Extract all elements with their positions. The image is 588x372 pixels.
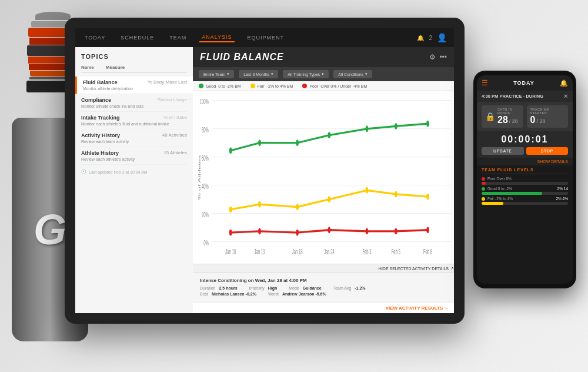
chevron-right-icon: › <box>445 305 447 311</box>
fluid-good-bar <box>482 192 542 195</box>
stop-button[interactable]: STOP <box>526 147 569 155</box>
fluid-level-fair: Fair -2% to 4% 2% 4% <box>482 197 568 205</box>
svg-point-32 <box>395 191 397 197</box>
filter-icon[interactable]: ⚙ <box>429 53 436 61</box>
tablet-screen: TODAY SCHEDULE TEAM ANALYSIS EQUIPMENT 🔔… <box>75 28 454 313</box>
fluid-fair-dot <box>482 197 485 201</box>
chart-area: 100% 80% 60% 40% 20% 0% % of Athletes <box>193 91 454 264</box>
activity-section: HIDE SELECTED ACTIVITY DETAILS ∧ Intense… <box>193 264 454 313</box>
timer-section: 00:00:01 UPDATE STOP <box>477 131 573 158</box>
svg-point-25 <box>395 123 397 129</box>
sidebar-item-activity-history[interactable]: Activity History 48 Activities Review ea… <box>81 129 187 147</box>
user-icon[interactable]: 👤 <box>437 33 447 42</box>
svg-point-27 <box>229 206 232 212</box>
fluid-poor-bar <box>482 182 486 185</box>
svg-point-36 <box>296 230 299 236</box>
field-team-avg: Team Avg -1.2% <box>333 286 366 290</box>
svg-text:0%: 0% <box>203 238 209 247</box>
legend-fair: Fair -2% to 4% BM <box>250 84 293 88</box>
legend-good: Good 0 to -2% BM <box>199 84 241 88</box>
svg-point-40 <box>426 227 429 233</box>
tracking-started-count: 0 / 28 <box>530 115 565 125</box>
sidebar-item-fluid-balance[interactable]: Fluid Balance % Body Mass Lost Monitor a… <box>75 77 193 94</box>
svg-text:Jan 18: Jan 18 <box>292 248 303 256</box>
legend-poor: Poor Over 0% / Under -4% BM <box>302 84 367 88</box>
col-name: Name <box>81 65 94 70</box>
caps-info: CAPS IN RANGE 28 / 28 <box>497 108 520 125</box>
nav-schedule[interactable]: SCHEDULE <box>118 34 156 42</box>
tracking-started-info: TRACKING STARTED 0 / 28 <box>530 108 565 125</box>
practice-close-button[interactable]: ✕ <box>563 93 568 99</box>
filter-last-3-months[interactable]: Last 3 Months <box>239 70 278 78</box>
phone-screen: ☰ TODAY 🔔 4:00 PM PRACTICE - DURING ✕ 🔒 … <box>477 75 573 284</box>
fluid-poor-bar-bg <box>482 182 568 185</box>
fluid-good-dot <box>482 187 485 191</box>
svg-text:40%: 40% <box>202 182 209 190</box>
bell-icon[interactable]: 🔔 <box>417 35 424 41</box>
timer-buttons: UPDATE STOP <box>482 147 568 155</box>
svg-point-23 <box>328 132 330 138</box>
nav-team[interactable]: TEAM <box>167 34 189 42</box>
show-details-button[interactable]: SHOW DETAILS <box>477 158 573 165</box>
caps-count: 28 / 28 <box>497 115 520 125</box>
activity-row-2: Best Nicholas Lansen -0.2% Worst Andrew … <box>200 292 447 296</box>
phone-practice-bar: 4:00 PM PRACTICE - DURING ✕ <box>477 91 573 102</box>
tablet-nav: TODAY SCHEDULE TEAM ANALYSIS EQUIPMENT 🔔… <box>75 28 454 47</box>
svg-point-26 <box>426 121 429 127</box>
svg-text:% of Athletes: % of Athletes <box>198 155 201 200</box>
field-worst: Worst Andrew Jearson -5.6% <box>268 292 326 296</box>
update-button[interactable]: UPDATE <box>482 147 524 155</box>
svg-text:100%: 100% <box>200 98 209 106</box>
svg-point-38 <box>366 228 369 234</box>
tablet-main: FLUID BALANCE ⚙ ••• Entire Team Last 3 M… <box>193 47 454 313</box>
fluid-level-poor-header: Poor Over 0% <box>482 177 568 181</box>
activity-details: Intense Conditioning on Wed, Jan 28 at 4… <box>193 273 454 303</box>
timer-display: 00:00:01 <box>482 134 568 145</box>
legend-good-dot <box>199 84 203 88</box>
svg-point-34 <box>229 230 232 236</box>
sidebar-footer: 🕐 Last updated Feb 3 at 10:04 AM <box>81 170 187 174</box>
caps-in-range-box: 🔒 CAPS IN RANGE 28 / 28 <box>482 105 523 128</box>
sidebar-item-athlete-history[interactable]: Athlete History 15 Athletes Review each … <box>81 147 187 165</box>
more-icon[interactable]: ••• <box>439 53 447 61</box>
field-mode: Mode Guidance <box>289 286 321 290</box>
hide-details-button[interactable]: HIDE SELECTED ACTIVITY DETAILS ∧ <box>193 264 454 273</box>
chart-filters: Entire Team Last 3 Months All Training T… <box>193 67 454 81</box>
nav-today[interactable]: TODAY <box>82 34 108 42</box>
fluid-fair-bar <box>482 202 503 205</box>
tablet-content: TOPICS Name Measure Fluid Balance % Body… <box>75 47 454 313</box>
filter-conditions[interactable]: All Conditions <box>333 70 372 78</box>
hamburger-icon[interactable]: ☰ <box>482 79 488 87</box>
svg-point-29 <box>296 204 299 210</box>
sidebar-item-compliance[interactable]: Compliance Station Usage Monitor athlete… <box>81 94 187 112</box>
chart-legend: Good 0 to -2% BM Fair -2% to 4% BM Poor … <box>193 81 454 91</box>
svg-point-28 <box>258 201 261 208</box>
tracking-started-box: TRACKING STARTED 0 / 28 <box>527 105 569 128</box>
view-results-button[interactable]: VIEW ACTIVITY RESULTS › <box>193 303 454 313</box>
col-measure: Measure <box>106 65 125 70</box>
fluid-fair-bar-bg <box>482 202 568 205</box>
svg-text:20%: 20% <box>202 210 209 218</box>
field-intensity: Intensity High <box>249 286 278 290</box>
team-fluid-title: TEAM FLUID LEVELS <box>482 168 568 174</box>
svg-point-22 <box>296 140 299 146</box>
filter-entire-team[interactable]: Entire Team <box>199 70 234 78</box>
svg-point-21 <box>258 140 261 146</box>
phone-nav: ☰ TODAY 🔔 <box>477 75 573 91</box>
nav-analysis[interactable]: ANALYSIS <box>199 33 234 42</box>
svg-text:Jan 10: Jan 10 <box>225 248 236 256</box>
phone-bell-icon[interactable]: 🔔 <box>560 79 568 87</box>
svg-text:Feb 3: Feb 3 <box>362 248 371 256</box>
field-best: Best Nicholas Lansen -0.2% <box>200 292 256 296</box>
svg-point-31 <box>366 187 369 194</box>
svg-point-33 <box>426 194 429 200</box>
fluid-level-poor: Poor Over 0% <box>482 177 568 185</box>
tablet: TODAY SCHEDULE TEAM ANALYSIS EQUIPMENT 🔔… <box>65 18 465 324</box>
svg-text:60%: 60% <box>202 154 209 162</box>
phone-tracking: 🔒 CAPS IN RANGE 28 / 28 TRACKING STARTED… <box>477 102 573 131</box>
filter-training-types[interactable]: All Training Types <box>283 70 329 78</box>
chart-header-icons: ⚙ ••• <box>429 53 447 61</box>
nav-equipment[interactable]: EQUIPMENT <box>245 34 287 42</box>
sidebar-item-intake-tracking[interactable]: Intake Tracking % of Intake Monitor each… <box>81 112 187 129</box>
activity-row-1: Duration 2.5 hours Intensity High Mode G… <box>200 286 447 290</box>
